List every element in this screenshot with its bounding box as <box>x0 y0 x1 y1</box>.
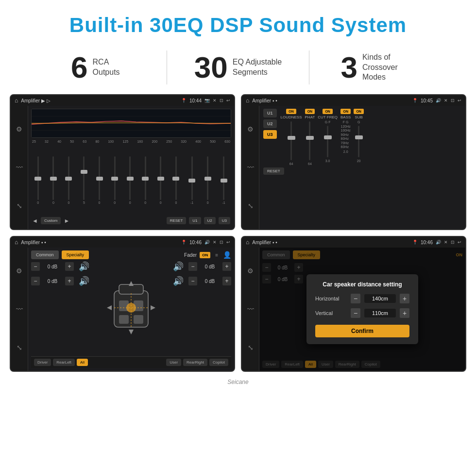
fader-sound-icon[interactable]: 🔊 <box>204 240 210 245</box>
slider-thumb-2[interactable] <box>50 177 57 181</box>
amp-u3-btn[interactable]: U3 <box>263 130 277 139</box>
sub-thumb[interactable] <box>355 135 363 139</box>
fader-db3-plus[interactable]: + <box>222 262 231 271</box>
eq-u1-btn[interactable]: U1 <box>189 217 201 224</box>
cutfreq-slider[interactable] <box>327 126 328 157</box>
fader-copilot-btn[interactable]: Copilot <box>209 359 228 366</box>
eq-u2-btn[interactable]: U2 <box>204 217 216 224</box>
slider-thumb-6[interactable] <box>111 177 118 181</box>
fader-db4-minus[interactable]: − <box>188 277 197 285</box>
loudness-thumb[interactable] <box>288 136 295 140</box>
dist-back-icon[interactable]: ↩ <box>458 240 461 245</box>
slider-track-12[interactable] <box>207 156 208 200</box>
slider-track-1[interactable] <box>37 156 39 200</box>
eq-custom-btn[interactable]: Custom <box>41 217 61 224</box>
fader-rearleft-btn[interactable]: RearLeft <box>53 359 75 366</box>
fader-window-icon[interactable]: ⊡ <box>220 240 223 245</box>
slider-thumb-11[interactable] <box>188 179 195 183</box>
fader-db4-plus[interactable]: + <box>222 277 231 285</box>
amp-sound-icon[interactable]: 🔊 <box>436 98 441 103</box>
fader-db2-plus[interactable]: + <box>65 277 74 285</box>
slider-thumb-4[interactable] <box>81 170 87 174</box>
amp-close-icon[interactable]: ✕ <box>444 98 448 103</box>
slider-track-8[interactable] <box>145 156 146 200</box>
dist-icon-2[interactable]: 〰 <box>247 305 254 313</box>
slider-thumb-3[interactable] <box>65 177 72 181</box>
sub-slider[interactable] <box>358 126 359 157</box>
slider-thumb-9[interactable] <box>157 177 164 181</box>
amp-icon-3[interactable]: ⤡ <box>248 202 254 210</box>
eq-prev-btn[interactable]: ◄ <box>32 217 38 224</box>
eq-icon-2[interactable]: 〰 <box>16 164 23 171</box>
fader-home-icon[interactable]: ⌂ <box>15 239 18 246</box>
fader-user-btn[interactable]: User <box>166 359 181 366</box>
eq-reset-btn[interactable]: RESET <box>167 217 187 224</box>
fader-back-icon[interactable]: ↩ <box>226 240 230 245</box>
dist-window-icon[interactable]: ⊡ <box>451 240 455 245</box>
dist-horizontal-minus[interactable]: − <box>351 294 360 303</box>
slider-thumb-8[interactable] <box>142 177 149 181</box>
window-icon[interactable]: ⊡ <box>220 98 223 103</box>
phat-slider[interactable] <box>309 121 310 160</box>
amp-icon-2[interactable]: 〰 <box>247 164 254 171</box>
amp-window-icon[interactable]: ⊡ <box>451 98 455 103</box>
fader-specialty-tab[interactable]: Specialty <box>62 250 89 259</box>
amp-reset-btn[interactable]: RESET <box>263 167 284 175</box>
bass-toggle[interactable]: ON <box>340 109 351 114</box>
eq-u3-btn[interactable]: U3 <box>219 217 230 224</box>
cutfreq-toggle[interactable]: ON <box>323 109 333 114</box>
close-icon[interactable]: ✕ <box>213 98 217 103</box>
eq-icon-1[interactable]: ⚙ <box>16 125 22 133</box>
slider-track-3[interactable] <box>68 156 69 200</box>
slider-thumb-12[interactable] <box>204 177 211 181</box>
slider-track-9[interactable] <box>160 156 161 200</box>
slider-thumb-13[interactable] <box>221 179 227 183</box>
amp-home-icon[interactable]: ⌂ <box>246 97 249 104</box>
dist-horizontal-plus[interactable]: + <box>400 294 409 303</box>
fader-driver-btn[interactable]: Driver <box>34 359 51 366</box>
amp-u2-btn[interactable]: U2 <box>263 119 277 128</box>
sub-toggle[interactable]: ON <box>354 109 364 114</box>
slider-thumb-1[interactable] <box>34 177 41 181</box>
fader-rearright-btn[interactable]: RearRight <box>183 359 207 366</box>
back-icon[interactable]: ↩ <box>226 98 230 103</box>
slider-track-13[interactable] <box>223 156 224 200</box>
fader-all-btn[interactable]: All <box>77 359 88 366</box>
phat-toggle[interactable]: ON <box>305 109 315 114</box>
fader-close-icon[interactable]: ✕ <box>213 240 217 245</box>
fader-icon-1[interactable]: ⚙ <box>16 267 22 275</box>
amp-u1-btn[interactable]: U1 <box>263 109 277 117</box>
loudness-toggle[interactable]: ON <box>286 109 296 114</box>
dist-icon-3[interactable]: ⤡ <box>248 344 254 351</box>
slider-track-7[interactable] <box>129 156 131 200</box>
slider-track-6[interactable] <box>114 156 116 200</box>
fader-common-tab[interactable]: Common <box>31 250 59 259</box>
slider-thumb-7[interactable] <box>127 177 134 181</box>
dist-sound-icon[interactable]: 🔊 <box>436 240 441 245</box>
fader-db1-plus[interactable]: + <box>65 262 74 271</box>
fader-db1-minus[interactable]: − <box>31 262 40 271</box>
slider-thumb-5[interactable] <box>96 177 103 181</box>
dist-confirm-btn[interactable]: Confirm <box>315 325 409 337</box>
slider-track-4[interactable] <box>83 156 85 200</box>
fader-db2-minus[interactable]: − <box>31 277 40 285</box>
slider-track-11[interactable] <box>191 156 193 200</box>
slider-thumb-10[interactable] <box>172 177 179 181</box>
slider-track-2[interactable] <box>52 156 54 200</box>
slider-track-10[interactable] <box>175 156 177 200</box>
dist-close-icon[interactable]: ✕ <box>444 240 448 245</box>
fader-icon-2[interactable]: 〰 <box>16 305 23 313</box>
home-icon[interactable]: ⌂ <box>15 97 18 104</box>
loudness-slider[interactable] <box>290 121 292 160</box>
dist-vertical-plus[interactable]: + <box>400 308 409 318</box>
phat-thumb[interactable] <box>306 136 314 140</box>
dist-icon-1[interactable]: ⚙ <box>247 267 254 275</box>
cutfreq-thumb[interactable] <box>324 135 332 139</box>
fader-db3-minus[interactable]: − <box>188 262 197 271</box>
eq-next-btn[interactable]: ► <box>64 217 69 224</box>
fader-icon-3[interactable]: ⤡ <box>17 344 22 351</box>
amp-icon-1[interactable]: ⚙ <box>247 125 254 133</box>
amp-back-icon[interactable]: ↩ <box>458 98 461 103</box>
dist-vertical-minus[interactable]: − <box>351 308 360 318</box>
eq-icon-3[interactable]: ⤡ <box>17 202 22 210</box>
